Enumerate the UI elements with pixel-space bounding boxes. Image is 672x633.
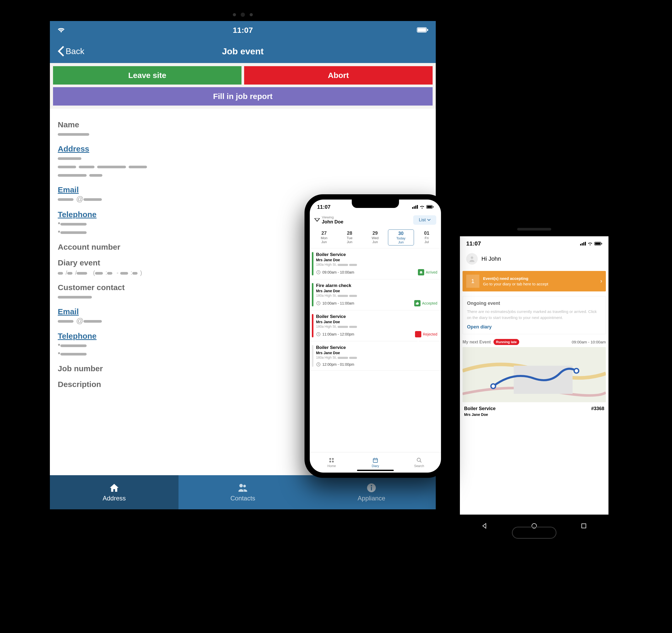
battery-icon [594,242,602,245]
iphone-clock: 11:07 [317,204,331,210]
tab-contacts[interactable]: Contacts [178,475,307,509]
tab-home[interactable]: Home [310,452,354,473]
viewing-name: John Doe [322,219,343,225]
svg-rect-4 [371,487,372,490]
view-toggle[interactable]: List [413,215,436,225]
telephone-link[interactable]: Telephone [58,210,97,219]
svg-rect-20 [332,461,334,462]
android-clock: 11:07 [466,240,481,247]
map[interactable] [462,347,606,402]
back-button[interactable]: Back [58,46,84,56]
name-heading: Name [58,120,428,129]
next-event-card[interactable]: Boiler Service #3368 Mrs Jane Doe [462,402,606,417]
svg-rect-33 [601,243,602,244]
event-card[interactable]: Fire alarm check Mrs Jane Doe 180a High … [310,279,441,310]
android-recent-icon[interactable] [581,523,587,530]
avatar [466,253,478,265]
svg-rect-18 [332,458,334,460]
svg-point-25 [417,458,420,461]
contact-telephone-link[interactable]: Telephone [58,332,97,341]
date-strip: 27MonJun28TueJun29WedJun30TodayJun01FriJ… [310,228,441,249]
home-indicator [357,470,394,471]
tab-appliance-label: Appliance [358,495,385,502]
back-label: Back [66,46,84,56]
tablet-clock: 11:07 [233,26,253,34]
svg-rect-1 [418,28,426,32]
tablet-tabbar: Address Contacts Appliance [50,475,436,509]
event-list[interactable]: Boiler Service Mrs Jane Doe 180a High St… [310,249,441,452]
android-home-button[interactable] [512,527,556,539]
ongoing-message: There are no estimates/jobs currently ma… [467,309,601,321]
diary-header: Viewing John Doe List [310,214,441,228]
banner-line1: Event(s) need accepting [483,276,600,281]
svg-rect-27 [580,244,581,245]
tablet-navbar: Back Job event [50,39,436,63]
android-speaker [517,228,551,231]
svg-point-5 [371,485,372,486]
svg-rect-12 [433,206,434,208]
event-card[interactable]: Boiler Service Mrs Jane Doe 180a High St… [310,310,441,341]
wifi-icon [587,242,593,245]
email-link[interactable]: Email [58,185,79,194]
battery-icon [417,26,428,34]
event-card[interactable]: Boiler Service Mrs Jane Doe 180a High St… [310,341,441,371]
date-cell[interactable]: 28TueJun [337,230,362,245]
tab-address-label: Address [103,495,126,502]
view-toggle-label: List [419,217,426,222]
svg-rect-9 [417,205,418,209]
tab-appliance[interactable]: Appliance [307,475,436,509]
tab-contacts-label: Contacts [231,495,256,502]
tab-diary-label: Diary [372,464,379,468]
greeting-text: Hi John [481,255,501,262]
svg-rect-19 [330,461,331,462]
abort-button[interactable]: Abort [244,66,433,85]
dropdown-icon[interactable] [314,218,320,222]
viewing-label: Viewing [322,215,343,219]
address-link[interactable]: Address [58,144,89,153]
leave-site-button[interactable]: Leave site [53,66,241,85]
svg-rect-21 [373,459,378,462]
svg-point-37 [491,384,496,389]
svg-rect-6 [412,207,413,209]
svg-point-38 [574,369,579,373]
chevron-right-icon: › [600,278,602,285]
tab-home-label: Home [327,464,336,468]
contact-email-link[interactable]: Email [58,307,79,316]
svg-rect-7 [414,206,415,209]
status-icons [580,242,602,245]
page-title: Job event [222,46,264,56]
accept-banner[interactable]: 1 Event(s) need accepting Go to your dia… [462,271,606,291]
greeting: Hi John [460,251,608,269]
date-cell[interactable]: 01FriJul [414,230,439,245]
open-diary-link[interactable]: Open diary [467,324,601,330]
fill-report-button[interactable]: Fill in job report [53,87,433,106]
svg-rect-40 [582,524,586,528]
tab-search-label: Search [414,464,424,468]
next-event-header: My next Event Running late 09:00am - 10:… [462,339,606,345]
wifi-icon [419,205,425,209]
tab-address[interactable]: Address [50,475,178,509]
tablet-statusbar: 11:07 [50,21,436,39]
android-back-icon[interactable] [482,523,487,530]
date-cell[interactable]: 29WedJun [362,230,388,245]
event-card[interactable]: Boiler Service Mrs Jane Doe 180a High St… [310,249,441,279]
svg-rect-32 [595,242,600,245]
date-cell[interactable]: 30TodayJun [388,230,414,245]
next-event-customer: Mrs Jane Doe [464,413,604,417]
android-statusbar: 11:07 [460,236,608,251]
date-cell[interactable]: 27MonJun [311,230,337,245]
next-event-time: 09:00am - 10:00am [572,340,606,344]
svg-rect-30 [585,242,586,245]
svg-point-34 [471,257,473,259]
chevron-down-icon [427,219,431,221]
status-icons [412,205,434,209]
svg-rect-29 [583,242,584,245]
svg-rect-2 [427,29,428,31]
svg-line-26 [420,461,421,462]
iphone-notch [352,200,399,208]
svg-rect-17 [330,458,331,460]
tab-search[interactable]: Search [397,452,441,473]
next-event-title: Boiler Service [464,406,496,412]
banner-count: 1 [466,275,479,288]
svg-rect-8 [415,206,416,209]
